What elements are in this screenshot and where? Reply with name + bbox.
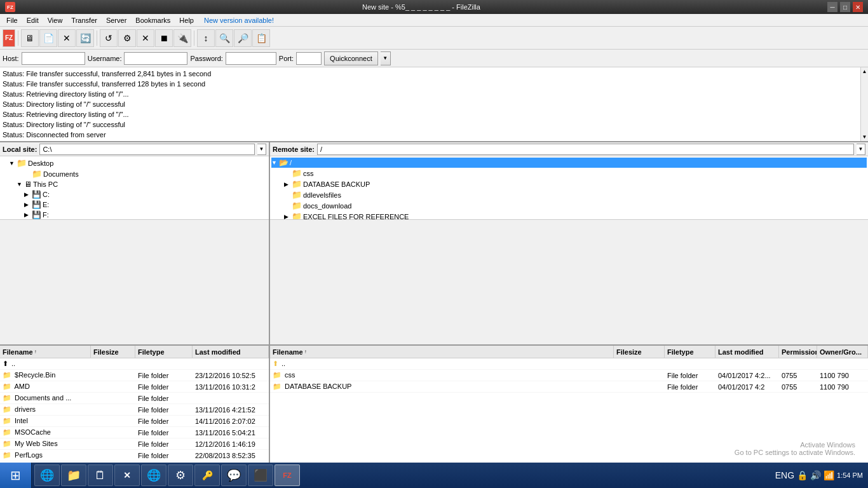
remote-col-filesize[interactable]: Filesize xyxy=(614,346,665,358)
scroll-up-arrow[interactable]: ▲ xyxy=(861,67,868,76)
start-button[interactable]: ⊞ xyxy=(0,463,32,488)
filezilla-logo-btn[interactable]: FZ xyxy=(3,29,15,47)
remote-tree-item[interactable]: 📁css xyxy=(271,168,867,179)
status-scrollbar[interactable]: ▲ ▼ xyxy=(860,67,868,141)
taskbar-item-filezilla[interactable]: FZ xyxy=(275,464,300,486)
taskbar-item-explorer[interactable]: 📁 xyxy=(61,464,86,486)
cancel-btn[interactable]: ✕ xyxy=(137,29,154,47)
remote-tree-item[interactable]: ▶📁DATABASE BACKUP xyxy=(271,179,867,189)
tree-expand-icon[interactable]: ▶ xyxy=(24,212,32,218)
show-logfile-btn[interactable]: 📋 xyxy=(252,29,270,47)
quickconnect-dropdown[interactable]: ▼ xyxy=(381,51,391,65)
password-input[interactable] xyxy=(226,52,276,65)
local-file-row[interactable]: 📁 AMD File folder 13/11/2016 10:31:2 xyxy=(0,381,269,393)
local-tree-item[interactable]: ▶💾E: xyxy=(1,200,268,210)
taskbar-item-notepad[interactable]: 🗒 xyxy=(88,464,113,486)
tree-expand-icon[interactable]: ▼ xyxy=(271,159,279,166)
local-file-row[interactable]: 📁 PerfLogs File folder 22/08/2013 8:52:3… xyxy=(0,450,269,461)
new-version-notice[interactable]: New version available! xyxy=(204,17,274,24)
remote-file-row[interactable]: 📁 css File folder 04/01/2017 4:2... 0755… xyxy=(270,370,868,381)
refresh-btn[interactable]: ↺ xyxy=(100,29,118,47)
local-file-row[interactable]: 📁 MSOCache File folder 13/11/2016 5:04:2… xyxy=(0,427,269,438)
tray-network2[interactable]: 📶 xyxy=(824,470,834,480)
remote-file-row[interactable]: 📁 DATABASE BACKUP File folder 04/01/2017… xyxy=(270,381,868,393)
username-input[interactable] xyxy=(124,52,187,65)
open-site-manager-btn[interactable]: 🖥 xyxy=(21,29,39,47)
computer-icon: 🖥 xyxy=(24,180,32,189)
local-col-modified[interactable]: Last modified xyxy=(193,346,269,358)
taskbar-item-key[interactable]: 🔑 xyxy=(194,464,220,486)
local-file-row[interactable]: 📁 $Recycle.Bin File folder 23/12/2016 10… xyxy=(0,370,269,381)
app-icon: FZ xyxy=(5,2,15,12)
tree-expand-icon[interactable]: ▶ xyxy=(284,181,292,187)
local-col-filesize[interactable]: Filesize xyxy=(91,346,135,358)
menu-server[interactable]: Server xyxy=(102,15,130,25)
local-tree-item[interactable]: 📁Documents xyxy=(1,168,268,179)
close-button[interactable]: ✕ xyxy=(853,2,863,12)
remote-col-owner[interactable]: Owner/Gro... xyxy=(817,346,868,358)
local-col-filename[interactable]: Filename ↑ xyxy=(0,346,91,358)
tree-expand-icon[interactable]: ▼ xyxy=(17,181,24,187)
tray-sound[interactable]: 🔊 xyxy=(810,470,821,480)
scroll-down-arrow[interactable]: ▼ xyxy=(861,133,868,141)
tray-time[interactable]: 1:54 PM xyxy=(837,471,863,480)
host-input[interactable] xyxy=(22,52,85,65)
tree-item-label: F: xyxy=(43,211,49,219)
sync-browse-btn[interactable]: ↕ xyxy=(197,29,215,47)
local-file-row[interactable]: 📁 Intel File folder 14/11/2016 2:07:02 xyxy=(0,416,269,427)
menu-help[interactable]: Help xyxy=(175,15,198,25)
taskbar-item-ie[interactable]: 🌐 xyxy=(34,464,60,486)
local-col-filetype[interactable]: Filetype xyxy=(135,346,193,358)
remote-col-filetype[interactable]: Filetype xyxy=(665,346,715,358)
local-tree-item[interactable]: ▼📁Desktop xyxy=(1,158,268,168)
remote-path-input[interactable] xyxy=(317,144,854,155)
local-tree-item[interactable]: ▶💾F: xyxy=(1,210,268,220)
remote-file-row[interactable]: ⬆ .. xyxy=(270,358,868,370)
local-path-input[interactable] xyxy=(39,144,255,155)
disconnect-btn[interactable]: 🔌 xyxy=(173,29,191,47)
remote-tree-item[interactable]: 📁docs_download xyxy=(271,200,867,211)
remote-tree-item[interactable]: ▼📂/ xyxy=(271,158,867,168)
process-queue-btn[interactable]: ⚙ xyxy=(118,29,136,47)
tray-network[interactable]: 🔒 xyxy=(797,470,808,480)
remote-file-list-header: Filename ↑ Filesize Filetype Last modifi… xyxy=(270,346,868,358)
local-file-row[interactable]: ⬆ .. xyxy=(0,358,269,370)
menu-bookmarks[interactable]: Bookmarks xyxy=(132,15,174,25)
taskbar-item-settings[interactable]: ⚙ xyxy=(168,464,193,486)
remote-tree-item[interactable]: ▶📁EXCEL FILES FOR REFERENCE xyxy=(271,211,867,220)
remote-col-permissions[interactable]: Permissions xyxy=(779,346,817,358)
menu-transfer[interactable]: Transfer xyxy=(67,15,101,25)
tray-language[interactable]: ENG xyxy=(775,470,794,480)
menu-file[interactable]: File xyxy=(3,15,22,25)
stop-btn[interactable]: ⏹ xyxy=(155,29,173,47)
remote-col-filename[interactable]: Filename ↑ xyxy=(270,346,614,358)
menu-edit[interactable]: Edit xyxy=(23,15,43,25)
local-path-dropdown[interactable]: ▼ xyxy=(257,144,266,155)
remote-tree-item[interactable]: 📁ddlevelsfiles xyxy=(271,189,867,200)
local-file-row[interactable]: 📁 Documents and ... File folder xyxy=(0,393,269,404)
port-input[interactable] xyxy=(296,52,322,65)
tree-expand-icon[interactable]: ▶ xyxy=(24,201,32,208)
taskbar-item-skype[interactable]: 💬 xyxy=(221,464,247,486)
menu-view[interactable]: View xyxy=(44,15,67,25)
quickconnect-button[interactable]: Quickconnect xyxy=(324,51,378,65)
tree-expand-icon[interactable]: ▼ xyxy=(9,160,17,166)
tree-expand-icon[interactable]: ▶ xyxy=(24,191,32,198)
new-tab-btn[interactable]: 📄 xyxy=(39,29,57,47)
minimize-button[interactable]: ─ xyxy=(827,2,837,12)
remote-col-modified[interactable]: Last modified xyxy=(715,346,779,358)
local-tree-item[interactable]: ▶💾C: xyxy=(1,189,268,200)
local-file-row[interactable]: 📁 drivers File folder 13/11/2016 4:21:52 xyxy=(0,404,269,416)
find-files-btn[interactable]: 🔎 xyxy=(234,29,252,47)
close-tab-btn[interactable]: ✕ xyxy=(58,29,76,47)
local-file-row[interactable]: 📁 My Web Sites File folder 12/12/2016 1:… xyxy=(0,438,269,450)
taskbar-item-chrome[interactable]: 🌐 xyxy=(141,464,166,486)
taskbar-item-x[interactable]: ✕ xyxy=(114,464,140,486)
taskbar-item-red[interactable]: ⬛ xyxy=(248,464,273,486)
maximize-button[interactable]: □ xyxy=(840,2,850,12)
search-btn[interactable]: 🔍 xyxy=(215,29,233,47)
remote-path-dropdown[interactable]: ▼ xyxy=(857,144,865,155)
tree-expand-icon[interactable]: ▶ xyxy=(284,214,292,220)
local-tree-item[interactable]: ▼🖥This PC xyxy=(1,179,268,189)
reconnect-btn[interactable]: 🔄 xyxy=(76,29,94,47)
